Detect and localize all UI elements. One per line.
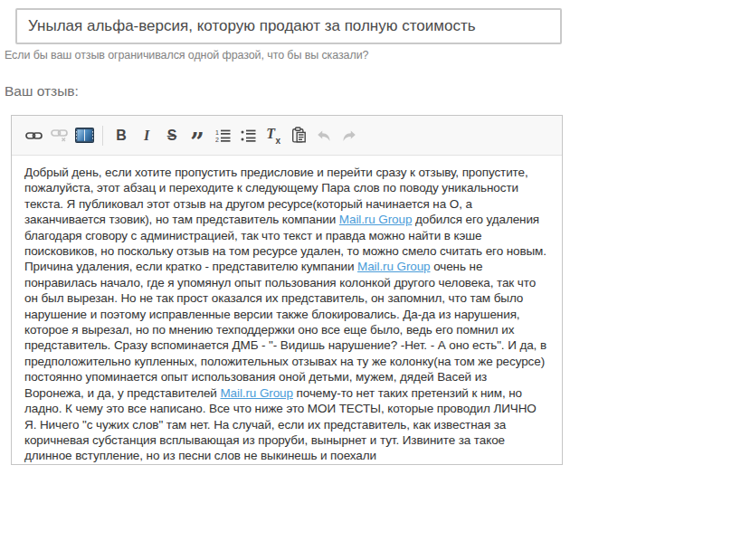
unlink-button[interactable] [46,123,71,148]
remove-format-icon: Tx [266,126,280,144]
bullet-list-icon [241,128,256,143]
toolbar-separator [102,126,103,146]
editor-content-area[interactable]: Добрый день, если хотите пропустить пред… [12,156,562,465]
clipboard-paste-icon [291,127,307,144]
bullet-list-button[interactable] [235,123,261,148]
svg-text:1: 1 [215,128,219,135]
review-label: Ваш отзыв: [5,83,79,100]
inline-link-mailru-group[interactable]: Mail.ru Group [220,386,292,400]
blockquote-button[interactable]: ” [185,123,210,148]
undo-button[interactable] [311,123,337,148]
insert-image-button[interactable] [71,123,97,148]
review-text: Добрый день, если хотите пропустить пред… [24,165,549,464]
inline-link-mailru-group[interactable]: Mail.ru Group [339,213,412,226]
review-title-input[interactable] [15,8,562,44]
undo-arrow-icon [316,128,332,143]
bold-label: B [116,128,127,144]
image-filmstrip-icon [75,128,94,143]
redo-arrow-icon [341,128,357,143]
italic-button[interactable]: I [134,123,159,148]
title-hint-text: Если бы ваш отзыв ограничивался одной фр… [5,49,368,62]
link-icon [25,130,43,141]
bold-button[interactable]: B [109,123,134,148]
numbered-list-button[interactable]: 1 2 [210,123,235,148]
numbered-list-icon: 1 2 [215,128,231,143]
remove-format-button[interactable]: Tx [261,123,286,148]
redo-button[interactable] [337,123,362,148]
strikethrough-label: S [167,128,177,144]
italic-label: I [144,128,149,144]
inline-link-mailru-group[interactable]: Mail.ru Group [357,260,430,273]
svg-text:2: 2 [215,137,219,143]
link-button[interactable] [21,123,46,148]
editor-toolbar: B I S ” 1 2 [12,116,562,156]
rich-text-editor: B I S ” 1 2 [11,115,563,465]
paste-button[interactable] [286,123,311,148]
strikethrough-button[interactable]: S [159,123,185,148]
unlink-icon [51,128,68,142]
